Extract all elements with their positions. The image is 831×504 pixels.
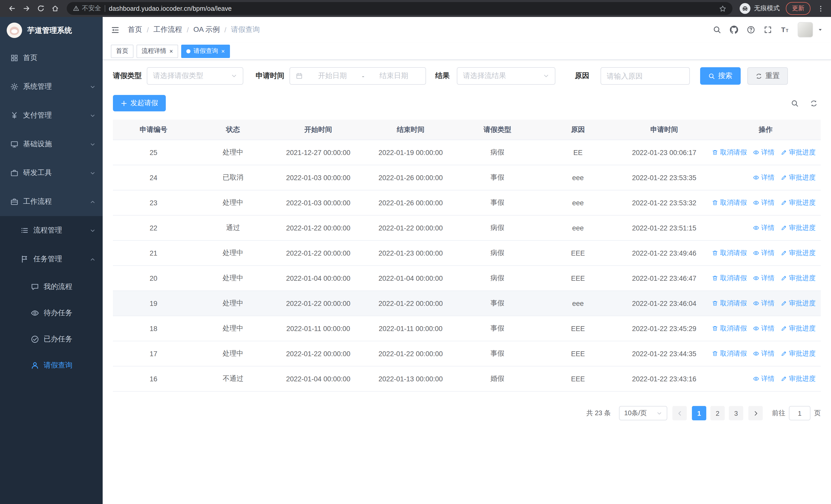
progress-link[interactable]: 审批进度	[781, 299, 815, 308]
tag-view-tab[interactable]: 流程详情×	[137, 45, 178, 58]
next-page-button[interactable]	[748, 406, 763, 420]
page-button-2[interactable]: 2	[710, 406, 725, 420]
detail-link[interactable]: 详情	[753, 374, 775, 383]
reset-button[interactable]: 重置	[747, 67, 788, 85]
tag-view-bar: 首页流程详情×请假查询×	[103, 42, 831, 60]
detail-link[interactable]: 详情	[753, 299, 775, 308]
cancel-leave-link[interactable]: 取消请假	[712, 349, 747, 358]
sidebar-item-label: 支付管理	[23, 111, 52, 120]
detail-link[interactable]: 详情	[753, 349, 775, 358]
browser-forward-button[interactable]	[20, 2, 33, 15]
sidebar-item-done-task[interactable]: 已办任务	[0, 326, 103, 352]
edit-icon	[781, 250, 787, 256]
apply-time-range-picker[interactable]: 开始日期 - 结束日期	[289, 67, 426, 85]
main-area: 首页/工作流程/OA 示例/请假查询 TT 首页流程详情×请假查询× 请假类型	[103, 17, 831, 504]
close-tab-icon[interactable]: ×	[221, 48, 225, 54]
browser-back-button[interactable]	[5, 2, 19, 15]
user-avatar[interactable]	[798, 22, 813, 37]
refresh-table-icon[interactable]	[810, 99, 818, 107]
progress-link[interactable]: 审批进度	[781, 223, 815, 233]
leave-type-select[interactable]: 请选择请假类型	[147, 67, 243, 85]
sidebar-item-dev-tools[interactable]: 研发工具	[0, 158, 103, 187]
github-icon[interactable]	[730, 26, 738, 34]
progress-link[interactable]: 审批进度	[781, 198, 815, 207]
browser-reload-button[interactable]	[34, 2, 47, 15]
browser-update-button[interactable]: 更新	[786, 2, 810, 15]
cancel-leave-link[interactable]: 取消请假	[712, 248, 747, 258]
table-row: 20处理中2022-01-04 00:00:002022-01-04 00:00…	[113, 266, 821, 291]
prev-page-button[interactable]	[672, 406, 687, 420]
help-icon[interactable]	[747, 26, 755, 34]
close-tab-icon[interactable]: ×	[169, 48, 173, 54]
sidebar-item-leave-query[interactable]: 请假查询	[0, 352, 103, 378]
tag-view-tab[interactable]: 首页	[111, 45, 134, 58]
breadcrumb-item[interactable]: 首页	[128, 25, 142, 34]
avatar-caret-icon[interactable]	[818, 27, 823, 32]
sidebar-item-home[interactable]: 首页	[0, 43, 103, 72]
tag-view-tab[interactable]: 请假查询×	[181, 45, 230, 58]
edit-icon	[781, 351, 787, 357]
detail-link[interactable]: 详情	[753, 324, 775, 333]
sidebar-item-infrastructure[interactable]: 基础设施	[0, 130, 103, 158]
progress-link[interactable]: 审批进度	[781, 349, 815, 358]
search-button[interactable]: 搜索	[700, 67, 741, 85]
sidebar-item-task-mgmt[interactable]: 任务管理	[0, 245, 103, 273]
detail-link[interactable]: 详情	[753, 223, 775, 233]
sidebar-logo[interactable]: 芋道管理系统	[0, 17, 103, 43]
bookmark-star-icon[interactable]	[719, 5, 726, 12]
eye-icon	[753, 175, 759, 181]
cancel-leave-link[interactable]: 取消请假	[712, 299, 747, 308]
sidebar-item-system[interactable]: 系统管理	[0, 72, 103, 101]
goto-label: 前往	[772, 409, 785, 418]
browser-home-button[interactable]	[48, 2, 62, 15]
sidebar-item-my-process[interactable]: 我的流程	[0, 273, 103, 300]
progress-link[interactable]: 审批进度	[781, 248, 815, 258]
sidebar-item-workflow[interactable]: 工作流程	[0, 187, 103, 216]
page-size-select[interactable]: 10条/页	[619, 406, 667, 420]
page-button-3[interactable]: 3	[729, 406, 743, 420]
cancel-leave-link[interactable]: 取消请假	[712, 148, 747, 157]
goto-page-input[interactable]	[789, 406, 810, 420]
progress-link[interactable]: 审批进度	[781, 148, 815, 157]
cancel-leave-link[interactable]: 取消请假	[712, 198, 747, 207]
sidebar-collapse-icon[interactable]	[111, 25, 120, 34]
reason-input[interactable]	[601, 67, 690, 85]
font-size-icon[interactable]: TT	[781, 26, 789, 34]
breadcrumb-item[interactable]: OA 示例	[194, 25, 220, 34]
detail-link[interactable]: 详情	[753, 148, 775, 157]
address-bar[interactable]: 不安全 dashboard.yudao.iocoder.cn/bpm/oa/le…	[67, 2, 733, 15]
detail-link[interactable]: 详情	[753, 248, 775, 258]
sidebar-item-todo-task[interactable]: 待办任务	[0, 300, 103, 326]
cell-end-time: 2022-01-04 00:00:00	[365, 274, 457, 282]
browser-menu-icon[interactable]	[815, 5, 826, 12]
page-button-1[interactable]: 1	[692, 406, 706, 420]
security-chip[interactable]: 不安全	[73, 4, 101, 13]
result-select[interactable]: 请选择流结果	[457, 67, 555, 85]
reason-label: 原因	[575, 71, 589, 81]
detail-link[interactable]: 详情	[753, 173, 775, 182]
detail-link-label: 详情	[761, 324, 775, 333]
sidebar-item-label: 研发工具	[23, 168, 52, 178]
toggle-search-icon[interactable]	[791, 99, 799, 107]
progress-link[interactable]: 审批进度	[781, 374, 815, 383]
cancel-leave-link-label: 取消请假	[720, 148, 747, 157]
progress-link[interactable]: 审批进度	[781, 273, 815, 283]
cell-actions: 取消请假详情审批进度	[710, 248, 821, 258]
header-search-icon[interactable]	[713, 26, 721, 34]
breadcrumb-item[interactable]: 工作流程	[153, 25, 182, 34]
cell-apply-time: 2022-01-22 23:46:47	[618, 274, 710, 282]
detail-link[interactable]: 详情	[753, 273, 775, 283]
progress-link[interactable]: 审批进度	[781, 173, 815, 182]
flag-icon	[21, 255, 29, 263]
cancel-leave-link[interactable]: 取消请假	[712, 324, 747, 333]
cancel-leave-link-label: 取消请假	[720, 273, 747, 283]
top-navbar: 首页/工作流程/OA 示例/请假查询 TT	[103, 17, 831, 42]
create-leave-button[interactable]: 发起请假	[113, 95, 166, 111]
cancel-leave-link[interactable]: 取消请假	[712, 273, 747, 283]
cell-reason: EEE	[538, 274, 618, 282]
progress-link[interactable]: 审批进度	[781, 324, 815, 333]
fullscreen-icon[interactable]	[764, 26, 772, 34]
sidebar-item-process-mgmt[interactable]: 流程管理	[0, 216, 103, 245]
detail-link[interactable]: 详情	[753, 198, 775, 207]
sidebar-item-payment[interactable]: 支付管理	[0, 101, 103, 130]
